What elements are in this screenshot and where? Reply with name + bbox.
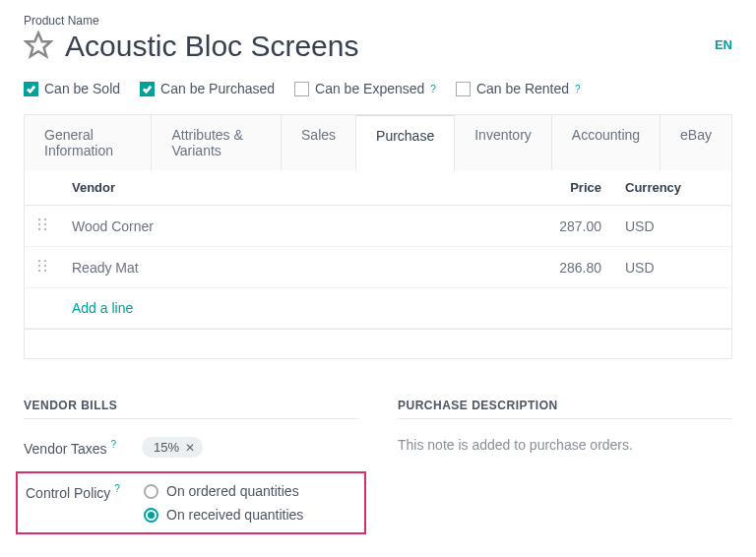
add-a-line-button[interactable]: Add a line: [72, 300, 133, 316]
tab-ebay[interactable]: eBay: [661, 115, 731, 170]
price-cell[interactable]: 286.80: [535, 247, 613, 288]
vendor-table: Vendor Price Currency Wood Corner 287.00…: [25, 170, 731, 329]
favorite-star-icon[interactable]: [24, 31, 53, 63]
vendor-taxes-label: Vendor Taxes: [24, 440, 107, 456]
radio-label: On received quantities: [166, 507, 303, 523]
vendor-column-header[interactable]: Vendor: [60, 170, 535, 206]
tax-tag-label: 15%: [154, 440, 179, 455]
vendor-cell[interactable]: Ready Mat: [60, 247, 535, 288]
vendor-bills-section-header: VENDOR BILLS: [24, 399, 358, 419]
can-be-sold-label: Can be Sold: [44, 81, 120, 96]
currency-cell[interactable]: USD: [613, 206, 731, 247]
tab-general-information[interactable]: General Information: [25, 115, 152, 170]
svg-point-5: [38, 228, 40, 230]
can-be-rented-label: Can be Rented: [476, 81, 569, 96]
drag-handle-icon[interactable]: [25, 206, 60, 247]
remove-tag-icon[interactable]: ✕: [185, 441, 195, 455]
tab-attributes-variants[interactable]: Attributes & Variants: [152, 115, 282, 170]
tab-inventory[interactable]: Inventory: [455, 115, 552, 170]
can-be-purchased-checkbox[interactable]: Can be Purchased: [140, 81, 275, 96]
svg-point-10: [44, 265, 46, 267]
svg-marker-0: [27, 32, 51, 56]
control-policy-received-radio[interactable]: On received quantities: [144, 507, 303, 523]
currency-column-header[interactable]: Currency: [613, 170, 731, 206]
price-column-header[interactable]: Price: [535, 170, 613, 206]
can-be-sold-checkbox[interactable]: Can be Sold: [24, 81, 120, 96]
svg-point-8: [44, 260, 46, 262]
product-title[interactable]: Acoustic Bloc Screens: [65, 30, 358, 63]
svg-point-12: [44, 270, 46, 272]
svg-point-2: [44, 218, 46, 220]
help-icon[interactable]: ?: [575, 84, 581, 94]
vendor-cell[interactable]: Wood Corner: [60, 206, 535, 247]
currency-cell[interactable]: USD: [613, 247, 731, 288]
can-be-expensed-label: Can be Expensed: [315, 81, 424, 96]
svg-point-7: [38, 260, 40, 262]
can-be-rented-checkbox[interactable]: Can be Rented ?: [456, 81, 581, 96]
tab-accounting[interactable]: Accounting: [552, 115, 661, 170]
can-be-expensed-checkbox[interactable]: Can be Expensed ?: [294, 81, 436, 96]
vendor-tax-tag[interactable]: 15% ✕: [142, 437, 203, 458]
control-policy-label: Control Policy: [26, 485, 110, 501]
table-row[interactable]: Ready Mat 286.80 USD: [25, 247, 731, 288]
product-name-label: Product Name: [24, 14, 358, 28]
control-policy-ordered-radio[interactable]: On ordered quantities: [144, 483, 303, 499]
svg-point-4: [44, 223, 46, 225]
tabs: General Information Attributes & Variant…: [24, 114, 732, 170]
language-button[interactable]: EN: [715, 14, 732, 52]
radio-label: On ordered quantities: [166, 483, 299, 499]
can-be-purchased-label: Can be Purchased: [160, 81, 275, 96]
help-icon[interactable]: ?: [110, 439, 116, 450]
table-row[interactable]: Wood Corner 287.00 USD: [25, 206, 731, 247]
svg-point-6: [44, 228, 46, 230]
drag-handle-icon[interactable]: [25, 247, 60, 288]
help-icon[interactable]: ?: [114, 483, 120, 494]
purchase-description-field[interactable]: This note is added to purchase orders.: [398, 437, 732, 453]
svg-point-1: [38, 218, 40, 220]
svg-point-11: [38, 270, 40, 272]
price-cell[interactable]: 287.00: [535, 206, 613, 247]
help-icon[interactable]: ?: [430, 84, 436, 94]
svg-point-9: [38, 265, 40, 267]
control-policy-highlight: Control Policy ? On ordered quantities O…: [16, 471, 366, 534]
purchase-description-section-header: PURCHASE DESCRIPTION: [398, 399, 732, 419]
tab-sales[interactable]: Sales: [282, 115, 356, 170]
tab-purchase[interactable]: Purchase: [356, 115, 455, 170]
svg-point-3: [38, 223, 40, 225]
